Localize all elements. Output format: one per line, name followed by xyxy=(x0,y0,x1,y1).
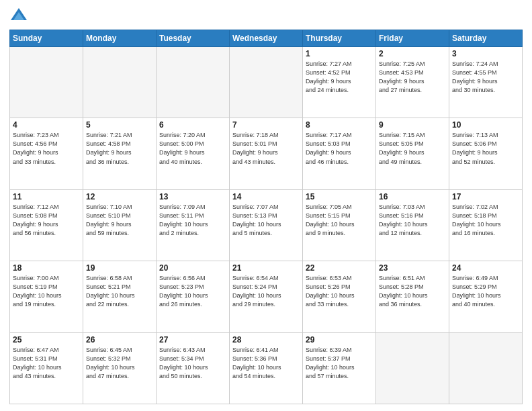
day-info: Sunrise: 7:03 AM Sunset: 5:16 PM Dayligh… xyxy=(379,203,446,238)
calendar-table: SundayMondayTuesdayWednesdayThursdayFrid… xyxy=(9,30,523,404)
calendar-cell xyxy=(449,332,523,404)
day-number: 12 xyxy=(86,192,153,201)
day-info: Sunrise: 7:24 AM Sunset: 4:55 PM Dayligh… xyxy=(452,60,519,95)
calendar-cell xyxy=(83,47,157,118)
calendar-cell: 28Sunrise: 6:41 AM Sunset: 5:36 PM Dayli… xyxy=(230,332,303,404)
day-number: 26 xyxy=(86,335,153,345)
calendar-cell xyxy=(376,332,449,404)
day-number: 16 xyxy=(379,192,446,201)
day-info: Sunrise: 6:47 AM Sunset: 5:31 PM Dayligh… xyxy=(13,346,80,381)
day-number: 13 xyxy=(159,192,226,201)
day-info: Sunrise: 6:45 AM Sunset: 5:32 PM Dayligh… xyxy=(86,346,153,381)
day-number: 8 xyxy=(306,120,373,130)
calendar-cell: 8Sunrise: 7:17 AM Sunset: 5:03 PM Daylig… xyxy=(303,118,376,189)
day-info: Sunrise: 7:18 AM Sunset: 5:01 PM Dayligh… xyxy=(232,131,300,166)
day-info: Sunrise: 7:25 AM Sunset: 4:53 PM Dayligh… xyxy=(379,60,446,95)
calendar-cell: 1Sunrise: 7:27 AM Sunset: 4:52 PM Daylig… xyxy=(303,47,376,118)
day-number: 3 xyxy=(452,49,519,58)
day-info: Sunrise: 7:07 AM Sunset: 5:13 PM Dayligh… xyxy=(232,203,300,238)
calendar-cell: 20Sunrise: 6:56 AM Sunset: 5:23 PM Dayli… xyxy=(157,261,230,332)
day-number: 1 xyxy=(306,49,373,58)
calendar-cell: 4Sunrise: 7:23 AM Sunset: 4:56 PM Daylig… xyxy=(10,118,83,189)
day-info: Sunrise: 7:23 AM Sunset: 4:56 PM Dayligh… xyxy=(13,131,80,166)
day-info: Sunrise: 7:10 AM Sunset: 5:10 PM Dayligh… xyxy=(86,203,153,238)
calendar-cell: 29Sunrise: 6:39 AM Sunset: 5:37 PM Dayli… xyxy=(303,332,376,404)
calendar-cell: 9Sunrise: 7:15 AM Sunset: 5:05 PM Daylig… xyxy=(376,118,449,189)
calendar-cell xyxy=(230,47,303,118)
day-info: Sunrise: 6:54 AM Sunset: 5:24 PM Dayligh… xyxy=(232,274,300,309)
calendar-week-row: 25Sunrise: 6:47 AM Sunset: 5:31 PM Dayli… xyxy=(10,332,523,404)
day-info: Sunrise: 7:12 AM Sunset: 5:08 PM Dayligh… xyxy=(13,203,80,238)
day-number: 5 xyxy=(86,120,153,130)
calendar-cell: 11Sunrise: 7:12 AM Sunset: 5:08 PM Dayli… xyxy=(10,189,83,261)
day-info: Sunrise: 7:20 AM Sunset: 5:00 PM Dayligh… xyxy=(159,131,226,166)
day-number: 6 xyxy=(159,120,226,130)
calendar-cell: 19Sunrise: 6:58 AM Sunset: 5:21 PM Dayli… xyxy=(83,261,157,332)
calendar-cell: 10Sunrise: 7:13 AM Sunset: 5:06 PM Dayli… xyxy=(449,118,523,189)
calendar-cell: 13Sunrise: 7:09 AM Sunset: 5:11 PM Dayli… xyxy=(157,189,230,261)
calendar-cell: 16Sunrise: 7:03 AM Sunset: 5:16 PM Dayli… xyxy=(376,189,449,261)
day-info: Sunrise: 7:00 AM Sunset: 5:19 PM Dayligh… xyxy=(13,274,80,309)
day-number: 24 xyxy=(452,263,519,273)
day-number: 18 xyxy=(13,263,80,273)
calendar-cell: 24Sunrise: 6:49 AM Sunset: 5:29 PM Dayli… xyxy=(449,261,523,332)
calendar-week-row: 4Sunrise: 7:23 AM Sunset: 4:56 PM Daylig… xyxy=(10,118,523,189)
day-number: 21 xyxy=(232,263,300,273)
calendar-cell: 7Sunrise: 7:18 AM Sunset: 5:01 PM Daylig… xyxy=(230,118,303,189)
day-number: 27 xyxy=(159,335,226,345)
day-info: Sunrise: 6:53 AM Sunset: 5:26 PM Dayligh… xyxy=(306,274,373,309)
day-info: Sunrise: 7:17 AM Sunset: 5:03 PM Dayligh… xyxy=(306,131,373,166)
calendar-header-row: SundayMondayTuesdayWednesdayThursdayFrid… xyxy=(10,30,523,47)
day-info: Sunrise: 6:43 AM Sunset: 5:34 PM Dayligh… xyxy=(159,346,226,381)
day-info: Sunrise: 7:05 AM Sunset: 5:15 PM Dayligh… xyxy=(306,203,373,238)
calendar-cell: 6Sunrise: 7:20 AM Sunset: 5:00 PM Daylig… xyxy=(157,118,230,189)
calendar-header-sunday: Sunday xyxy=(10,30,83,47)
calendar-cell: 3Sunrise: 7:24 AM Sunset: 4:55 PM Daylig… xyxy=(449,47,523,118)
calendar-cell: 2Sunrise: 7:25 AM Sunset: 4:53 PM Daylig… xyxy=(376,47,449,118)
logo-icon xyxy=(9,7,28,26)
day-number: 28 xyxy=(232,335,300,345)
day-number: 17 xyxy=(452,192,519,201)
calendar-header-saturday: Saturday xyxy=(449,30,523,47)
calendar-header-tuesday: Tuesday xyxy=(157,30,230,47)
calendar-cell: 17Sunrise: 7:02 AM Sunset: 5:18 PM Dayli… xyxy=(449,189,523,261)
calendar-cell: 14Sunrise: 7:07 AM Sunset: 5:13 PM Dayli… xyxy=(230,189,303,261)
calendar-header-wednesday: Wednesday xyxy=(230,30,303,47)
day-number: 4 xyxy=(13,120,80,130)
day-info: Sunrise: 7:27 AM Sunset: 4:52 PM Dayligh… xyxy=(306,60,373,95)
day-info: Sunrise: 6:56 AM Sunset: 5:23 PM Dayligh… xyxy=(159,274,226,309)
day-number: 2 xyxy=(379,49,446,58)
calendar-cell: 26Sunrise: 6:45 AM Sunset: 5:32 PM Dayli… xyxy=(83,332,157,404)
day-number: 10 xyxy=(452,120,519,130)
calendar-week-row: 11Sunrise: 7:12 AM Sunset: 5:08 PM Dayli… xyxy=(10,189,523,261)
page: SundayMondayTuesdayWednesdayThursdayFrid… xyxy=(0,0,532,411)
calendar-cell: 12Sunrise: 7:10 AM Sunset: 5:10 PM Dayli… xyxy=(83,189,157,261)
calendar-cell xyxy=(157,47,230,118)
day-number: 14 xyxy=(232,192,300,201)
calendar-header-monday: Monday xyxy=(83,30,157,47)
day-info: Sunrise: 6:58 AM Sunset: 5:21 PM Dayligh… xyxy=(86,274,153,309)
calendar-cell: 21Sunrise: 6:54 AM Sunset: 5:24 PM Dayli… xyxy=(230,261,303,332)
day-number: 20 xyxy=(159,263,226,273)
day-number: 22 xyxy=(306,263,373,273)
day-number: 11 xyxy=(13,192,80,201)
day-info: Sunrise: 7:09 AM Sunset: 5:11 PM Dayligh… xyxy=(159,203,226,238)
calendar-header-friday: Friday xyxy=(376,30,449,47)
calendar-cell: 15Sunrise: 7:05 AM Sunset: 5:15 PM Dayli… xyxy=(303,189,376,261)
day-info: Sunrise: 6:49 AM Sunset: 5:29 PM Dayligh… xyxy=(452,274,519,309)
day-info: Sunrise: 6:51 AM Sunset: 5:28 PM Dayligh… xyxy=(379,274,446,309)
calendar-week-row: 18Sunrise: 7:00 AM Sunset: 5:19 PM Dayli… xyxy=(10,261,523,332)
day-info: Sunrise: 7:21 AM Sunset: 4:58 PM Dayligh… xyxy=(86,131,153,166)
logo xyxy=(9,7,31,26)
day-number: 23 xyxy=(379,263,446,273)
calendar-cell: 25Sunrise: 6:47 AM Sunset: 5:31 PM Dayli… xyxy=(10,332,83,404)
day-number: 19 xyxy=(86,263,153,273)
calendar-week-row: 1Sunrise: 7:27 AM Sunset: 4:52 PM Daylig… xyxy=(10,47,523,118)
day-info: Sunrise: 7:02 AM Sunset: 5:18 PM Dayligh… xyxy=(452,203,519,238)
header xyxy=(9,7,523,26)
calendar-cell: 18Sunrise: 7:00 AM Sunset: 5:19 PM Dayli… xyxy=(10,261,83,332)
day-info: Sunrise: 6:41 AM Sunset: 5:36 PM Dayligh… xyxy=(232,346,300,381)
day-info: Sunrise: 7:13 AM Sunset: 5:06 PM Dayligh… xyxy=(452,131,519,166)
day-number: 9 xyxy=(379,120,446,130)
day-info: Sunrise: 6:39 AM Sunset: 5:37 PM Dayligh… xyxy=(306,346,373,381)
